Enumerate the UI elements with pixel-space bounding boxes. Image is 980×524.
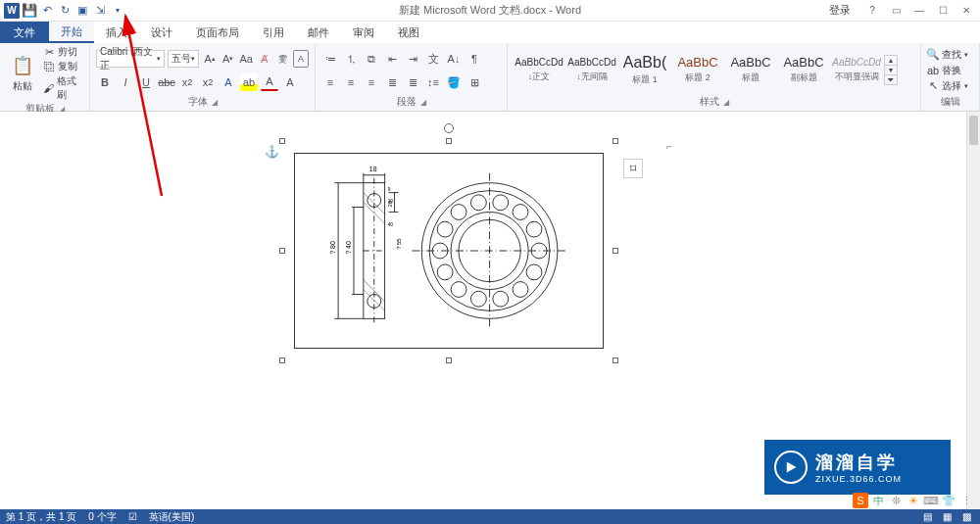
tray-icon-7[interactable]: ⋮ — [958, 493, 974, 508]
tray-icon-2[interactable]: 中 — [870, 493, 886, 508]
find-button[interactable]: 🔍查找▾ — [927, 48, 973, 62]
subscript-icon[interactable]: x2 — [178, 73, 196, 91]
view-read-icon[interactable]: ▤ — [919, 510, 935, 523]
ribbon-display-icon[interactable]: ▭ — [886, 3, 906, 19]
grow-font-icon[interactable]: A▴ — [202, 50, 218, 68]
redo-icon[interactable]: ↻ — [57, 3, 73, 19]
tab-layout[interactable]: 页面布局 — [184, 22, 251, 43]
line-spacing-icon[interactable]: ↕≡ — [424, 73, 442, 91]
close-icon[interactable]: ✕ — [956, 3, 976, 19]
style-item-subtle[interactable]: AaBbCcDd不明显强调 — [831, 47, 882, 94]
qat-dropdown-icon[interactable]: ▾ — [110, 3, 125, 19]
font-name-combo[interactable]: Calibri (西文正▾ — [96, 50, 165, 68]
rotate-handle[interactable] — [444, 123, 454, 133]
resize-handle[interactable] — [446, 357, 452, 363]
status-language[interactable]: 英语(美国) — [149, 510, 195, 524]
tab-review[interactable]: 审阅 — [341, 22, 386, 43]
align-center-icon[interactable]: ≡ — [342, 73, 360, 91]
superscript-icon[interactable]: x2 — [199, 73, 217, 91]
image-selection-frame[interactable]: ⌑ — [282, 141, 615, 360]
shading-icon[interactable]: 🪣 — [445, 73, 463, 91]
style-item-subtitle[interactable]: AaBbC副标题 — [778, 47, 829, 94]
increase-indent-icon[interactable]: ⇥ — [404, 50, 421, 68]
status-page[interactable]: 第 1 页，共 1 页 — [6, 510, 76, 524]
text-effect-icon[interactable]: A — [220, 73, 237, 91]
styles-scroll[interactable]: ▴▾⏷ — [884, 55, 898, 85]
view-web-icon[interactable]: ▩ — [958, 510, 974, 523]
tray-icon-1[interactable]: S — [853, 493, 868, 508]
qat-custom-icon-2[interactable]: ⇲ — [92, 3, 108, 19]
maximize-icon[interactable]: ☐ — [933, 3, 953, 19]
styles-up-icon[interactable]: ▴ — [885, 56, 897, 66]
tab-home[interactable]: 开始 — [49, 22, 94, 43]
show-marks-icon[interactable]: ¶ — [466, 50, 483, 68]
distributed-icon[interactable]: ≣ — [404, 73, 421, 91]
resize-handle[interactable] — [612, 138, 618, 144]
phonetic-icon[interactable]: 雯 — [275, 50, 291, 68]
resize-handle[interactable] — [612, 357, 618, 363]
font-size-combo[interactable]: 五号▾ — [168, 50, 199, 68]
clear-format-icon[interactable]: A̸ — [257, 50, 272, 68]
justify-icon[interactable]: ≣ — [383, 73, 401, 91]
align-right-icon[interactable]: ≡ — [363, 73, 380, 91]
tab-design[interactable]: 设计 — [139, 22, 184, 43]
char-border-icon[interactable]: A — [293, 50, 309, 68]
vertical-scrollbar[interactable] — [966, 112, 980, 509]
borders-icon[interactable]: ⊞ — [466, 73, 483, 91]
help-icon[interactable]: ? — [862, 3, 882, 19]
format-painter-button[interactable]: 🖌格式刷 — [43, 74, 83, 102]
tab-file[interactable]: 文件 — [0, 22, 49, 43]
style-item-nospacing[interactable]: AaBbCcDd↓无间隔 — [566, 47, 617, 94]
shrink-font-icon[interactable]: A▾ — [220, 50, 236, 68]
qat-custom-icon-1[interactable]: ▣ — [74, 3, 90, 19]
char-shading-icon[interactable]: A — [281, 73, 299, 91]
tray-icon-3[interactable]: ❊ — [888, 493, 904, 508]
tab-view[interactable]: 视图 — [386, 22, 431, 43]
styles-down-icon[interactable]: ▾ — [885, 66, 897, 75]
resize-handle[interactable] — [612, 248, 618, 254]
numbering-icon[interactable]: ⒈ — [342, 50, 360, 68]
dialog-launcher-icon[interactable]: ◢ — [420, 98, 426, 107]
login-link[interactable]: 登录 — [829, 3, 851, 18]
change-case-icon[interactable]: Aa — [239, 50, 255, 68]
highlight-icon[interactable]: ab — [240, 73, 258, 91]
status-proof-icon[interactable]: ☑ — [128, 511, 137, 522]
select-button[interactable]: ↖选择▾ — [927, 79, 973, 93]
save-icon[interactable]: 💾 — [22, 3, 37, 19]
tray-icon-4[interactable]: ☀ — [906, 493, 921, 508]
copy-button[interactable]: ⿻复制 — [43, 60, 83, 73]
tray-icon-6[interactable]: 👕 — [941, 493, 956, 508]
view-print-icon[interactable]: ▦ — [939, 510, 955, 523]
resize-handle[interactable] — [446, 138, 452, 144]
tray-icon-5[interactable]: ⌨ — [923, 493, 939, 508]
status-words[interactable]: 0 个字 — [88, 510, 116, 524]
undo-icon[interactable]: ↶ — [39, 3, 55, 19]
paste-button[interactable]: 📋 粘贴 — [6, 45, 39, 102]
minimize-icon[interactable]: ― — [909, 3, 929, 19]
italic-icon[interactable]: I — [117, 73, 134, 91]
strikethrough-icon[interactable]: abc — [158, 73, 175, 91]
styles-more-icon[interactable]: ⏷ — [885, 75, 897, 84]
style-item-heading1[interactable]: AaBb(标题 1 — [619, 47, 670, 94]
multilevel-icon[interactable]: ⧉ — [363, 50, 380, 68]
dialog-launcher-icon[interactable]: ◢ — [723, 98, 729, 107]
resize-handle[interactable] — [279, 248, 285, 254]
dialog-launcher-icon[interactable]: ◢ — [212, 98, 218, 107]
decrease-indent-icon[interactable]: ⇤ — [383, 50, 401, 68]
text-direction-icon[interactable]: 文 — [424, 50, 442, 68]
sort-icon[interactable]: A↓ — [445, 50, 463, 68]
bullets-icon[interactable]: ≔ — [321, 50, 339, 68]
style-item-normal[interactable]: AaBbCcDd↓正文 — [514, 47, 564, 94]
tab-mailings[interactable]: 邮件 — [296, 22, 341, 43]
layout-options-icon[interactable]: ⌑ — [623, 159, 643, 178]
bold-icon[interactable]: B — [96, 73, 114, 91]
font-color-icon[interactable]: A — [261, 73, 278, 91]
tab-references[interactable]: 引用 — [251, 22, 296, 43]
replace-button[interactable]: ab替换 — [927, 64, 973, 77]
align-left-icon[interactable]: ≡ — [321, 73, 339, 91]
resize-handle[interactable] — [279, 357, 285, 363]
scrollbar-thumb[interactable] — [969, 116, 978, 145]
resize-handle[interactable] — [279, 138, 285, 144]
cut-button[interactable]: ✂剪切 — [43, 45, 83, 59]
style-item-heading2[interactable]: AaBbC标题 2 — [672, 47, 723, 94]
